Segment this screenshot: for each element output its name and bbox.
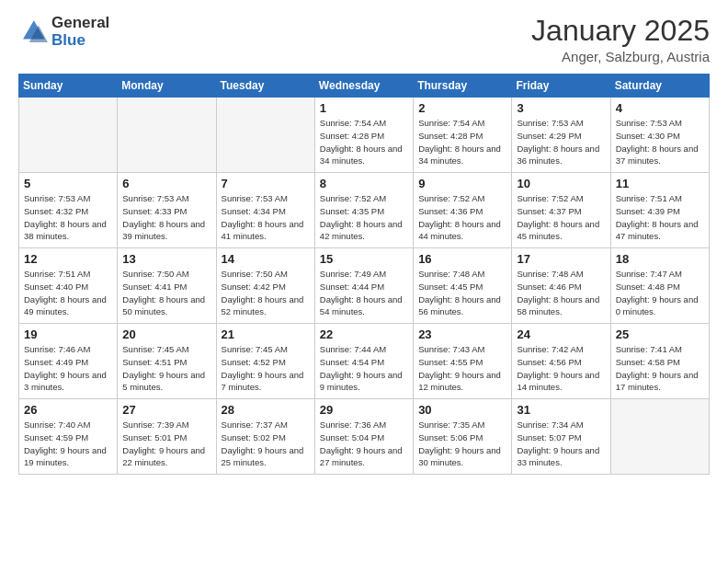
day-cell: 25Sunrise: 7:41 AM Sunset: 4:58 PM Dayli…	[610, 324, 709, 399]
day-number: 20	[122, 327, 210, 341]
week-row-4: 19Sunrise: 7:46 AM Sunset: 4:49 PM Dayli…	[19, 324, 710, 399]
header-sunday: Sunday	[19, 75, 118, 98]
day-number: 13	[122, 252, 210, 266]
month-title: January 2025	[531, 15, 710, 47]
day-number: 24	[517, 327, 605, 341]
day-cell: 29Sunrise: 7:36 AM Sunset: 5:04 PM Dayli…	[314, 399, 413, 475]
day-info: Sunrise: 7:48 AM Sunset: 4:45 PM Dayligh…	[418, 268, 506, 318]
day-number: 31	[517, 403, 605, 417]
day-cell: 1Sunrise: 7:54 AM Sunset: 4:28 PM Daylig…	[314, 98, 413, 173]
header: General Blue January 2025 Anger, Salzbur…	[18, 15, 710, 64]
day-info: Sunrise: 7:54 AM Sunset: 4:28 PM Dayligh…	[418, 117, 506, 167]
day-cell: 8Sunrise: 7:52 AM Sunset: 4:35 PM Daylig…	[314, 173, 413, 248]
day-cell: 21Sunrise: 7:45 AM Sunset: 4:52 PM Dayli…	[216, 324, 314, 399]
logo-blue-text: Blue	[51, 32, 109, 50]
weekday-header-row: Sunday Monday Tuesday Wednesday Thursday…	[19, 75, 710, 98]
day-info: Sunrise: 7:52 AM Sunset: 4:35 PM Dayligh…	[320, 192, 408, 243]
day-cell: 12Sunrise: 7:51 AM Sunset: 4:40 PM Dayli…	[19, 248, 118, 324]
day-info: Sunrise: 7:46 AM Sunset: 4:49 PM Dayligh…	[24, 343, 112, 394]
day-cell: 11Sunrise: 7:51 AM Sunset: 4:39 PM Dayli…	[610, 173, 709, 248]
day-number: 8	[320, 177, 408, 190]
day-number: 22	[320, 327, 408, 341]
day-cell	[610, 399, 709, 475]
day-cell: 15Sunrise: 7:49 AM Sunset: 4:44 PM Dayli…	[314, 248, 413, 324]
day-number: 21	[222, 327, 310, 341]
day-info: Sunrise: 7:53 AM Sunset: 4:30 PM Dayligh…	[616, 117, 704, 167]
day-cell: 9Sunrise: 7:52 AM Sunset: 4:36 PM Daylig…	[414, 173, 512, 248]
title-block: January 2025 Anger, Salzburg, Austria	[531, 15, 710, 64]
day-number: 30	[418, 403, 506, 417]
day-number: 9	[418, 177, 506, 190]
day-number: 17	[517, 252, 605, 266]
day-info: Sunrise: 7:53 AM Sunset: 4:34 PM Dayligh…	[222, 192, 310, 243]
day-number: 27	[122, 403, 210, 417]
day-info: Sunrise: 7:48 AM Sunset: 4:46 PM Dayligh…	[517, 268, 605, 318]
day-info: Sunrise: 7:50 AM Sunset: 4:41 PM Dayligh…	[122, 268, 210, 318]
day-cell: 27Sunrise: 7:39 AM Sunset: 5:01 PM Dayli…	[118, 399, 216, 475]
day-number: 14	[222, 252, 310, 266]
day-info: Sunrise: 7:43 AM Sunset: 4:55 PM Dayligh…	[418, 343, 506, 394]
day-number: 28	[222, 403, 310, 417]
day-cell: 5Sunrise: 7:53 AM Sunset: 4:32 PM Daylig…	[19, 173, 118, 248]
day-cell	[216, 98, 314, 173]
day-number: 26	[24, 403, 112, 417]
day-number: 25	[616, 327, 704, 341]
logo-text: General Blue	[51, 15, 109, 49]
day-cell: 2Sunrise: 7:54 AM Sunset: 4:28 PM Daylig…	[414, 98, 512, 173]
day-info: Sunrise: 7:52 AM Sunset: 4:37 PM Dayligh…	[517, 192, 605, 243]
header-friday: Friday	[512, 75, 610, 98]
day-info: Sunrise: 7:51 AM Sunset: 4:39 PM Dayligh…	[616, 192, 704, 243]
day-cell: 23Sunrise: 7:43 AM Sunset: 4:55 PM Dayli…	[414, 324, 512, 399]
day-cell: 30Sunrise: 7:35 AM Sunset: 5:06 PM Dayli…	[414, 399, 512, 475]
header-monday: Monday	[118, 75, 216, 98]
day-cell: 10Sunrise: 7:52 AM Sunset: 4:37 PM Dayli…	[512, 173, 610, 248]
day-info: Sunrise: 7:53 AM Sunset: 4:32 PM Dayligh…	[24, 192, 112, 243]
day-info: Sunrise: 7:45 AM Sunset: 4:51 PM Dayligh…	[122, 343, 210, 394]
day-cell: 19Sunrise: 7:46 AM Sunset: 4:49 PM Dayli…	[19, 324, 118, 399]
day-cell: 6Sunrise: 7:53 AM Sunset: 4:33 PM Daylig…	[118, 173, 216, 248]
week-row-1: 1Sunrise: 7:54 AM Sunset: 4:28 PM Daylig…	[19, 98, 710, 173]
day-info: Sunrise: 7:52 AM Sunset: 4:36 PM Dayligh…	[418, 192, 506, 243]
week-row-5: 26Sunrise: 7:40 AM Sunset: 4:59 PM Dayli…	[19, 399, 710, 475]
day-number: 6	[122, 177, 210, 190]
day-cell: 26Sunrise: 7:40 AM Sunset: 4:59 PM Dayli…	[19, 399, 118, 475]
day-number: 2	[418, 101, 506, 115]
day-number: 18	[616, 252, 704, 266]
day-info: Sunrise: 7:34 AM Sunset: 5:07 PM Dayligh…	[517, 419, 605, 469]
day-info: Sunrise: 7:49 AM Sunset: 4:44 PM Dayligh…	[320, 268, 408, 318]
day-number: 7	[222, 177, 310, 190]
day-info: Sunrise: 7:50 AM Sunset: 4:42 PM Dayligh…	[222, 268, 310, 318]
day-number: 23	[418, 327, 506, 341]
calendar: Sunday Monday Tuesday Wednesday Thursday…	[18, 74, 710, 475]
day-info: Sunrise: 7:42 AM Sunset: 4:56 PM Dayligh…	[517, 343, 605, 394]
location-title: Anger, Salzburg, Austria	[531, 49, 710, 64]
day-info: Sunrise: 7:45 AM Sunset: 4:52 PM Dayligh…	[222, 343, 310, 394]
day-number: 5	[24, 177, 112, 190]
day-number: 4	[616, 101, 704, 115]
logo: General Blue	[18, 15, 109, 49]
week-row-3: 12Sunrise: 7:51 AM Sunset: 4:40 PM Dayli…	[19, 248, 710, 324]
week-row-2: 5Sunrise: 7:53 AM Sunset: 4:32 PM Daylig…	[19, 173, 710, 248]
day-cell	[118, 98, 216, 173]
day-cell: 18Sunrise: 7:47 AM Sunset: 4:48 PM Dayli…	[610, 248, 709, 324]
day-info: Sunrise: 7:53 AM Sunset: 4:29 PM Dayligh…	[517, 117, 605, 167]
page: General Blue January 2025 Anger, Salzbur…	[0, 0, 728, 563]
day-cell: 3Sunrise: 7:53 AM Sunset: 4:29 PM Daylig…	[512, 98, 610, 173]
day-number: 12	[24, 252, 112, 266]
day-cell: 17Sunrise: 7:48 AM Sunset: 4:46 PM Dayli…	[512, 248, 610, 324]
header-thursday: Thursday	[414, 75, 512, 98]
day-info: Sunrise: 7:53 AM Sunset: 4:33 PM Dayligh…	[122, 192, 210, 243]
logo-icon	[18, 17, 48, 47]
day-number: 3	[517, 101, 605, 115]
day-info: Sunrise: 7:37 AM Sunset: 5:02 PM Dayligh…	[222, 419, 310, 469]
day-cell: 20Sunrise: 7:45 AM Sunset: 4:51 PM Dayli…	[118, 324, 216, 399]
day-info: Sunrise: 7:39 AM Sunset: 5:01 PM Dayligh…	[122, 419, 210, 469]
day-cell: 4Sunrise: 7:53 AM Sunset: 4:30 PM Daylig…	[610, 98, 709, 173]
day-cell: 16Sunrise: 7:48 AM Sunset: 4:45 PM Dayli…	[414, 248, 512, 324]
day-info: Sunrise: 7:44 AM Sunset: 4:54 PM Dayligh…	[320, 343, 408, 394]
day-cell: 31Sunrise: 7:34 AM Sunset: 5:07 PM Dayli…	[512, 399, 610, 475]
day-cell: 7Sunrise: 7:53 AM Sunset: 4:34 PM Daylig…	[216, 173, 314, 248]
day-cell: 13Sunrise: 7:50 AM Sunset: 4:41 PM Dayli…	[118, 248, 216, 324]
day-number: 19	[24, 327, 112, 341]
day-info: Sunrise: 7:36 AM Sunset: 5:04 PM Dayligh…	[320, 419, 408, 469]
